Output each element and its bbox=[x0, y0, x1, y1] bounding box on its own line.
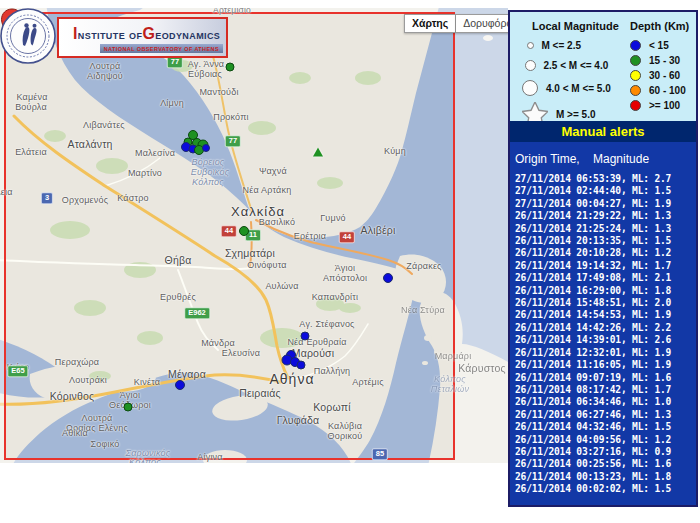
earthquake-marker[interactable] bbox=[383, 273, 393, 283]
legend-depth-item: 60 - 100 bbox=[630, 85, 686, 96]
depth-dot-icon bbox=[630, 100, 641, 111]
map-label: Κύμη bbox=[384, 146, 406, 156]
alert-row: 26/11/2014 03:27:16, ML: 0.9 bbox=[515, 446, 694, 458]
legend-depth-item: 15 - 30 bbox=[630, 55, 680, 66]
road-badge: 77 bbox=[225, 135, 241, 147]
map-label: Αγ. Άννα bbox=[188, 59, 225, 69]
alert-row: 26/11/2014 19:14:32, ML: 1.7 bbox=[515, 260, 694, 272]
map-type-button-satellite[interactable]: Δορυφόρος bbox=[456, 14, 508, 33]
map-label: Καμένα bbox=[16, 92, 47, 102]
alert-row: 26/11/2014 00:13:23, ML: 1.8 bbox=[515, 471, 694, 483]
page: ΑρτεμισιοΛουτράΑιδηψούΑγ. ΆνναΕύβοιαςΚαμ… bbox=[0, 0, 700, 523]
alert-row: 27/11/2014 06:53:39, ML: 2.7 bbox=[515, 173, 694, 185]
alert-row: 26/11/2014 06:34:46, ML: 1.0 bbox=[515, 396, 694, 408]
map-label: Αλιβέρι bbox=[360, 224, 395, 236]
legend-depth-item: >= 100 bbox=[630, 100, 680, 111]
map-label: Θορικού bbox=[328, 431, 363, 441]
road-badge: E65 bbox=[7, 365, 28, 377]
map-label: Κόλπος bbox=[192, 177, 224, 187]
map-label: Ευβοϊκός bbox=[191, 167, 229, 177]
map-label: Αιδηψού bbox=[87, 71, 123, 81]
map-label: Αυλώνα bbox=[265, 281, 298, 291]
map-label: Κορωπί bbox=[313, 401, 351, 413]
legend-magnitude-label: 2.5 < M <= 4.0 bbox=[544, 60, 609, 71]
institute-subtitle: NATIONAL OBSERVATORY OF ATHENS bbox=[100, 44, 223, 53]
road-badge: 85 bbox=[372, 448, 388, 460]
manual-alerts-title: Manual alerts bbox=[510, 121, 696, 142]
map-label: Δαύλεια bbox=[0, 187, 13, 197]
legend-magnitude-item: 4.0 < M <= 5.0 bbox=[522, 80, 617, 96]
alert-row: 27/11/2014 02:44:40, ML: 1.5 bbox=[515, 185, 694, 197]
earthquake-marker[interactable] bbox=[301, 332, 310, 341]
map-label: Σοφικό bbox=[91, 439, 120, 449]
alert-row: 26/11/2014 20:13:35, ML: 1.5 bbox=[515, 235, 694, 247]
legend-depth-label: < 15 bbox=[649, 40, 669, 51]
earthquake-marker-triangle[interactable] bbox=[313, 148, 323, 157]
alert-row: 26/11/2014 04:09:56, ML: 1.2 bbox=[515, 434, 694, 446]
map-label: Γλυφάδα bbox=[277, 414, 320, 426]
map-label: Ελευσίνα bbox=[222, 348, 260, 358]
alert-row: 26/11/2014 21:25:24, ML: 1.3 bbox=[515, 223, 694, 235]
alert-row: 26/11/2014 17:49:08, ML: 2.1 bbox=[515, 272, 694, 284]
institute-title-part1: Institute of bbox=[73, 25, 142, 43]
map-type-button-map[interactable]: Χάρτης bbox=[404, 14, 456, 33]
map-label: Πεταλιών bbox=[431, 384, 469, 394]
legend-depth-item: 30 - 60 bbox=[630, 70, 680, 81]
map-label: Οινόφυτα bbox=[247, 260, 287, 270]
map-label: Μαρτίνο bbox=[128, 168, 162, 178]
map-label: Ορχομενός bbox=[62, 195, 108, 205]
earthquake-marker[interactable] bbox=[297, 361, 306, 370]
alert-row: 26/11/2014 14:54:53, ML: 1.9 bbox=[515, 309, 694, 321]
alert-row: 26/11/2014 11:16:05, ML: 1.9 bbox=[515, 359, 694, 371]
map-label: Μέγαρα bbox=[168, 368, 206, 380]
earthquake-marker[interactable] bbox=[124, 403, 133, 412]
alert-row: 26/11/2014 20:10:28, ML: 1.2 bbox=[515, 247, 694, 259]
alert-row: 26/11/2014 09:07:19, ML: 1.6 bbox=[515, 372, 694, 384]
alert-row: 26/11/2014 08:17:42, ML: 1.7 bbox=[515, 384, 694, 396]
legend-depth-label: 30 - 60 bbox=[649, 70, 680, 81]
alert-row: 26/11/2014 04:32:46, ML: 1.5 bbox=[515, 421, 694, 433]
map-label: Ζάρακες bbox=[406, 261, 441, 271]
alert-row: 27/11/2014 00:04:27, ML: 1.9 bbox=[515, 198, 694, 210]
depth-dot-icon bbox=[630, 85, 641, 96]
alert-row: 26/11/2014 12:32:01, ML: 1.9 bbox=[515, 347, 694, 359]
legend-magnitude-item: M <= 2.5 bbox=[522, 40, 617, 51]
earthquake-marker[interactable] bbox=[202, 144, 210, 152]
magnitude-circle-icon bbox=[522, 80, 538, 96]
map-label: Μαντούδι bbox=[199, 87, 238, 97]
legend-depth-label: >= 100 bbox=[649, 100, 680, 111]
legend-depth-item: < 15 bbox=[630, 40, 669, 51]
legend-magnitude-label: M >= 5.0 bbox=[556, 109, 595, 120]
map-label: Νέα Ερυθραία bbox=[287, 337, 346, 347]
map-label: Καπανδρίτι bbox=[312, 292, 359, 302]
alert-row: 26/11/2014 00:25:56, ML: 1.6 bbox=[515, 458, 694, 470]
map-label: Λίμνη bbox=[160, 98, 184, 108]
map-label: Περαχώρα bbox=[55, 357, 99, 367]
map-label: Άγιοι bbox=[120, 390, 140, 400]
alerts-list: 27/11/2014 06:53:39, ML: 2.727/11/2014 0… bbox=[515, 173, 694, 496]
earthquake-marker[interactable] bbox=[226, 63, 235, 72]
institute-title: Institute of Geodynamics bbox=[73, 25, 220, 43]
alert-row: 26/11/2014 15:48:51, ML: 2.0 bbox=[515, 297, 694, 309]
map-label: Βασιλικό bbox=[259, 217, 295, 227]
alert-row: 26/11/2014 14:39:01, ML: 2.6 bbox=[515, 334, 694, 346]
earthquake-marker[interactable] bbox=[175, 380, 185, 390]
institute-banner: Institute of Geodynamics NATIONAL OBSERV… bbox=[57, 17, 228, 58]
map-label: Γυμνό bbox=[320, 213, 346, 223]
map-label: Ελάτεια bbox=[15, 147, 47, 157]
map-canvas[interactable]: ΑρτεμισιοΛουτράΑιδηψούΑγ. ΆνναΕύβοιαςΚαμ… bbox=[0, 8, 508, 463]
map-label: Μαρμάρι bbox=[435, 351, 472, 361]
legend-magnitude-label: 4.0 < M <= 5.0 bbox=[546, 83, 611, 94]
depth-dot-icon bbox=[630, 40, 641, 51]
map-label: Μάνδρα bbox=[201, 338, 235, 348]
map-label: Αίγινα bbox=[197, 452, 222, 462]
legend-depth-title: Depth (Km) bbox=[630, 20, 689, 32]
map-label: Αθίκια bbox=[62, 428, 88, 438]
magnitude-circle-icon bbox=[525, 60, 536, 71]
map-label: Αγ. Στέφανος bbox=[299, 319, 354, 329]
map-label: Μαλεσίνα bbox=[135, 148, 175, 158]
earthquake-marker[interactable] bbox=[239, 226, 249, 236]
earthquake-panel: Local Magnitude Depth (Km) M <= 2.52.5 <… bbox=[508, 10, 698, 507]
map-label: Παλλήνη bbox=[314, 366, 351, 376]
map-type-controls: Χάρτης Δορυφόρος bbox=[404, 14, 508, 33]
